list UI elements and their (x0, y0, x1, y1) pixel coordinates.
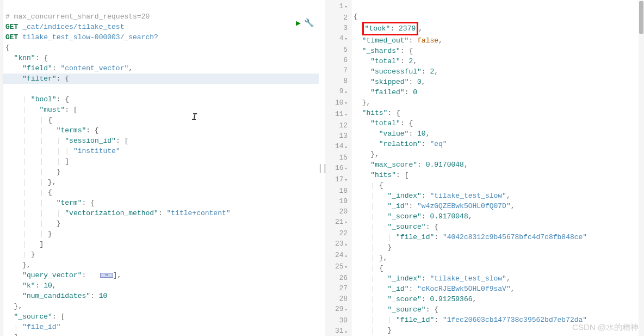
request-url: _cat/indices/tilake_test (22, 23, 124, 31)
right-gutter: 1▾ 2 3 4▾ 5 6 7 8 9▴ 10▾ 11▾ 12 13 14▴ 1… (325, 0, 351, 336)
took-highlight-box: "took": 2379 (362, 22, 419, 35)
watermark: CSDN @水的精神 (572, 322, 639, 333)
http-method: GET (5, 33, 18, 41)
comment-line: # max_concurrent_shard_requests=20 (5, 13, 150, 21)
response-pane: 1▾ 2 3 4▾ 5 6 7 8 9▴ 10▾ 11▾ 12 13 14▴ 1… (325, 0, 644, 336)
divider-handle-icon: || (317, 163, 327, 174)
http-method: GET (5, 23, 18, 31)
response-viewer[interactable]: { "took": 2379, "timed_out": false, "_sh… (351, 0, 644, 336)
pane-divider[interactable]: || (319, 0, 325, 336)
run-request-icon[interactable]: ▶ (296, 19, 301, 29)
right-scrollbar[interactable] (639, 0, 644, 336)
request-editor[interactable]: # max_concurrent_shard_requests=20 GET _… (3, 0, 319, 336)
text-cursor: I (191, 112, 197, 123)
fold-queryvector[interactable]: ⋯ (100, 273, 113, 278)
request-editor-pane: # max_concurrent_shard_requests=20 GET _… (0, 0, 319, 336)
request-actions: ▶ 🔧 (296, 19, 314, 29)
request-options-icon[interactable]: 🔧 (304, 19, 314, 29)
request-url: tilake_test_slow-000003/_search? (22, 33, 158, 41)
